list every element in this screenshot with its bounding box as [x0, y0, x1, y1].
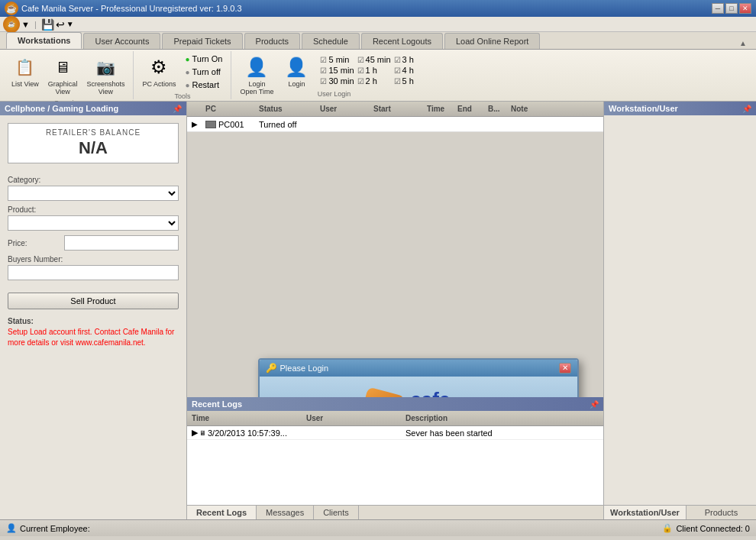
log-row[interactable]: ▶ 🖥 3/20/2013 10:57:39... Sever has been… [187, 426, 603, 440]
tab-load-online-report[interactable]: Load Online Report [444, 33, 540, 49]
list-view-button[interactable]: 📋 List View [8, 53, 43, 90]
connection-icon: 🔒 [662, 523, 673, 533]
balance-value: N/A [13, 138, 173, 158]
product-select[interactable] [8, 215, 179, 231]
screenshots-view-button[interactable]: 📷 ScreenshotsView [82, 53, 128, 98]
employee-icon: 👤 [6, 523, 17, 533]
logs-col-desc-header: Description [401, 412, 603, 424]
status-label: Status: [8, 317, 179, 325]
dialog-icon: 🔑 [266, 363, 277, 373]
logs-tab-clients[interactable]: Clients [314, 506, 359, 519]
quick-dropdown-icon[interactable]: ▼ [21, 20, 30, 29]
login-button[interactable]: 👤 Login [280, 53, 312, 90]
col-status-header: Status [256, 103, 317, 115]
timer-5min[interactable]: ☑5 min [318, 54, 355, 65]
right-panel-pin-icon[interactable]: 📌 [742, 105, 751, 113]
dialog-title: Please Login [280, 364, 329, 373]
log-user [302, 432, 401, 435]
sell-product-button[interactable]: Sell Product [8, 293, 179, 309]
row-status: Turned off [256, 118, 317, 131]
logs-tab-messages[interactable]: Messages [257, 506, 314, 519]
row-b [485, 123, 508, 126]
table-row[interactable]: ▶ PC001 Turned off [187, 117, 603, 132]
balance-section: RETAILER'S BALANCE N/A [8, 123, 179, 163]
content-area: PC Status User Start Time End B... Note … [187, 102, 756, 519]
col-end-header: End [454, 103, 485, 115]
right-panel-tab-products[interactable]: Products [687, 506, 756, 519]
status-section: Status: Setup Load account first. Contac… [0, 312, 186, 353]
timer-2h[interactable]: ☑2 h [356, 76, 393, 86]
ribbon-tabs: Workstations User Accounts Prepaid Ticke… [0, 32, 756, 50]
price-input[interactable] [64, 235, 179, 251]
restart-label: Restart [192, 80, 219, 89]
dialog-titlebar: 🔑 Please Login ✕ [260, 360, 577, 377]
tab-workstations[interactable]: Workstations [6, 32, 82, 49]
status-bar-left: 👤 Current Employee: [6, 523, 90, 533]
left-panel-header: Cellphone / Gaming Loading 📌 [0, 102, 186, 115]
dialog-close-button[interactable]: ✕ [559, 363, 571, 373]
row-pc: PC001 [202, 118, 256, 131]
restart-button[interactable]: ● Restart [181, 79, 226, 91]
balance-label: RETAILER'S BALANCE [13, 128, 173, 137]
right-panel-tab-workstation[interactable]: Workstation/User [604, 506, 687, 519]
log-expand[interactable]: ▶ 🖥 3/20/2013 10:57:39... [187, 426, 302, 439]
row-user [317, 123, 370, 126]
logs-panel-title: Recent Logs [192, 399, 242, 409]
tab-prepaid-tickets[interactable]: Prepaid Tickets [162, 33, 242, 49]
tab-recent-logouts[interactable]: Recent Logouts [361, 33, 443, 49]
row-note [508, 123, 603, 126]
row-end [454, 123, 485, 126]
screenshots-view-label: ScreenshotsView [86, 80, 124, 95]
timer-15min[interactable]: ☑15 min [318, 65, 355, 76]
pc-table-body: ▶ PC001 Turned off [187, 117, 603, 351]
restart-dot: ● [185, 81, 189, 89]
buyers-number-row: Buyers Number: [8, 255, 179, 280]
tab-schedule[interactable]: Schedule [302, 33, 360, 49]
user-login-group-label: User Login [318, 90, 351, 98]
price-label: Price: [8, 239, 61, 247]
col-b-header: B... [485, 103, 508, 115]
quick-save-icon[interactable]: 💾 [41, 18, 54, 31]
logs-panel-pin-icon[interactable]: 📌 [590, 400, 599, 409]
ribbon-collapse-icon[interactable]: ▲ [736, 37, 750, 49]
logs-table-body: ▶ 🖥 3/20/2013 10:57:39... Sever has been… [187, 426, 603, 505]
row-expand[interactable]: ▶ [187, 120, 202, 128]
minimize-button[interactable]: ─ [712, 3, 724, 14]
buyers-number-input[interactable] [8, 265, 179, 280]
quick-dropdown2-icon[interactable]: ▼ [66, 20, 74, 28]
turn-on-dot: ● [185, 55, 189, 63]
right-panel-content [604, 115, 756, 505]
logs-tab-recent-logs[interactable]: Recent Logs [187, 506, 257, 519]
tab-user-accounts[interactable]: User Accounts [83, 33, 160, 49]
left-panel-pin-icon[interactable]: 📌 [173, 105, 182, 113]
timer-3h[interactable]: ☑3 h [393, 54, 429, 65]
graphical-view-button[interactable]: 🖥 GraphicalView [44, 53, 82, 98]
timer-1h[interactable]: ☑1 h [356, 65, 393, 76]
quick-undo-icon[interactable]: ↩ [56, 18, 65, 31]
login-icon: 👤 [284, 55, 309, 79]
employee-label: Current Employee: [20, 524, 90, 533]
close-button[interactable]: ✕ [739, 3, 751, 14]
window-title: Cafe Manila Server - Professional Unregi… [21, 4, 242, 13]
col-start-header: Start [370, 103, 424, 115]
logs-tabs: Recent Logs Messages Clients [187, 505, 603, 519]
timer-30min[interactable]: ☑30 min [318, 76, 355, 86]
col-expand-header [187, 103, 202, 115]
row-time [424, 123, 454, 126]
small-buttons-group: ● Turn On ● Turn off ● Restart [181, 53, 226, 91]
logs-col-user-header: User [302, 412, 401, 424]
category-label: Category: [8, 176, 179, 184]
login-open-time-icon: 👤 [244, 55, 269, 79]
tab-products[interactable]: Products [244, 33, 300, 49]
turn-off-button[interactable]: ● Turn off [181, 66, 226, 78]
right-panel-title: Workstation/User [609, 104, 678, 113]
timer-4h[interactable]: ☑4 h [393, 65, 429, 76]
col-pc-header: PC [202, 103, 256, 115]
category-select[interactable] [8, 186, 179, 201]
turn-on-button[interactable]: ● Turn On [181, 53, 226, 65]
timer-45min[interactable]: ☑45 min [356, 54, 393, 65]
right-panel-bottom-tabs: Workstation/User Products [604, 505, 756, 519]
pc-actions-button[interactable]: ⚙ PC Actions [138, 53, 179, 90]
maximize-button[interactable]: □ [725, 3, 738, 14]
timer-5h[interactable]: ☑5 h [393, 76, 429, 86]
